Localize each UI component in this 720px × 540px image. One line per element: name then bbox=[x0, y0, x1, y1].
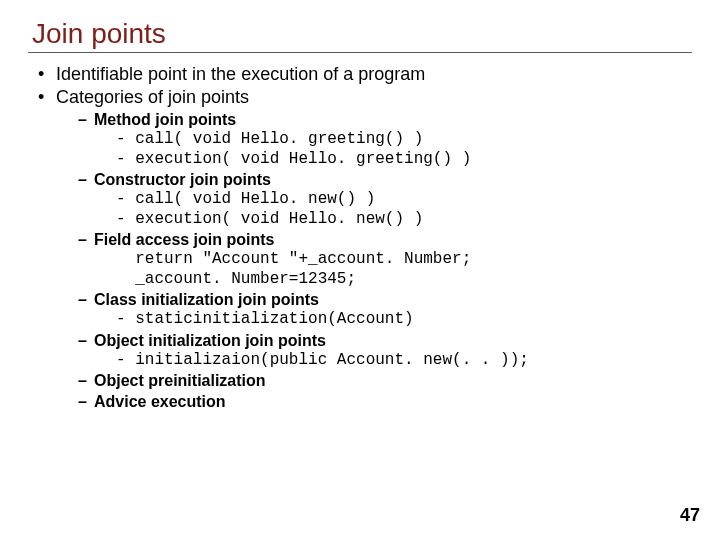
sub-classinit: Class initialization join points - stati… bbox=[78, 290, 692, 330]
sub-objinit-code: - initializaion(public Account. new(. . … bbox=[116, 351, 692, 371]
bullet-identifiable: Identifiable point in the execution of a… bbox=[38, 63, 692, 86]
bullet-categories-text: Categories of join points bbox=[56, 87, 249, 107]
sub-constructor: Constructor join points - call( void Hel… bbox=[78, 170, 692, 229]
sub-field-label: Field access join points bbox=[94, 231, 275, 248]
page-number: 47 bbox=[680, 505, 700, 526]
sub-preinit: Object preinitialization bbox=[78, 371, 692, 391]
slide-title: Join points bbox=[32, 18, 692, 50]
sub-advice: Advice execution bbox=[78, 392, 692, 412]
sub-objinit: Object initialization join points - init… bbox=[78, 331, 692, 371]
sub-field: Field access join points return "Account… bbox=[78, 230, 692, 289]
title-underline bbox=[28, 52, 692, 53]
sub-constructor-code: - call( void Hello. new() ) - execution(… bbox=[116, 190, 692, 229]
code-line: - call( void Hello. greeting() ) bbox=[116, 130, 692, 150]
sub-method-label: Method join points bbox=[94, 111, 236, 128]
bullet-categories: Categories of join points Method join po… bbox=[38, 86, 692, 413]
sub-advice-label: Advice execution bbox=[94, 393, 226, 410]
code-line: return "Account "+_account. Number; bbox=[116, 250, 692, 270]
sub-classinit-code: - staticinitialization(Account) bbox=[116, 310, 692, 330]
code-line: - initializaion(public Account. new(. . … bbox=[116, 351, 692, 371]
code-line: - execution( void Hello. greeting() ) bbox=[116, 150, 692, 170]
slide: Join points Identifiable point in the ex… bbox=[0, 0, 720, 540]
sub-bullets: Method join points - call( void Hello. g… bbox=[78, 110, 692, 412]
sub-method: Method join points - call( void Hello. g… bbox=[78, 110, 692, 169]
top-bullets: Identifiable point in the execution of a… bbox=[38, 63, 692, 412]
code-line: - staticinitialization(Account) bbox=[116, 310, 692, 330]
sub-method-code: - call( void Hello. greeting() ) - execu… bbox=[116, 130, 692, 169]
sub-objinit-label: Object initialization join points bbox=[94, 332, 326, 349]
sub-field-code: return "Account "+_account. Number; _acc… bbox=[116, 250, 692, 289]
code-line: - execution( void Hello. new() ) bbox=[116, 210, 692, 230]
sub-classinit-label: Class initialization join points bbox=[94, 291, 319, 308]
sub-preinit-label: Object preinitialization bbox=[94, 372, 266, 389]
sub-constructor-label: Constructor join points bbox=[94, 171, 271, 188]
code-line: - call( void Hello. new() ) bbox=[116, 190, 692, 210]
code-line: _account. Number=12345; bbox=[116, 270, 692, 290]
